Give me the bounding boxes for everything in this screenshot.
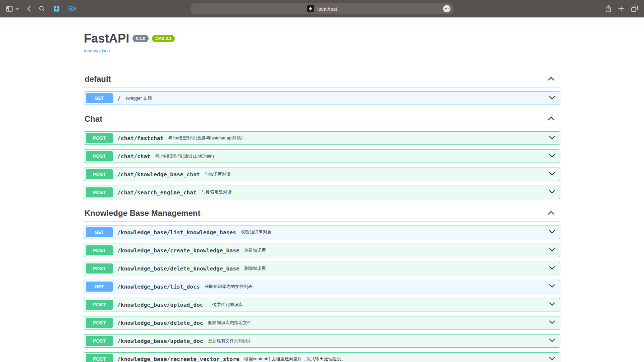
section-operations: GET / swagger 文档 [84,87,560,105]
site-favicon-bolt-icon [307,5,314,12]
operation-path: /knowledge_base/list_docs [117,284,200,290]
operation-expand-button[interactable] [546,356,558,362]
operation-expand-button[interactable] [546,172,558,177]
operation-description: 创建知识库 [244,247,546,253]
address-bar[interactable]: localhost [191,3,453,14]
chevron-down-icon [549,248,555,253]
operation-description: 与llm模型对话(直接与fastchat api对话) [168,135,546,141]
method-badge: POST [86,151,113,161]
operation-description: 更新现有文件到知识库 [208,338,546,344]
back-button[interactable] [27,6,31,12]
operation-row[interactable]: POST /knowledge_base/create_knowledge_ba… [84,244,560,257]
operation-path: /knowledge_base/recreate_vector_store [117,356,239,362]
operation-description: 根据content中文档重建向量库，流式输出处理进度。 [244,356,546,362]
pinned-tab-live-button[interactable] [68,5,76,12]
section-operations: POST /chat/fastchat 与llm模型对话(直接与fastchat… [84,127,560,199]
operation-expand-button[interactable] [546,320,558,325]
operation-row[interactable]: POST /knowledge_base/upload_doc 上传文件到知识库 [84,298,560,311]
search-button[interactable] [39,6,45,12]
tab-overview-icon [631,5,638,12]
operation-row[interactable]: POST /knowledge_base/delete_doc 删除知识库内指定… [84,316,560,329]
operation-row[interactable]: GET /knowledge_base/list_docs 获取知识库内的文件列… [84,280,560,293]
operation-row[interactable]: GET / swagger 文档 [84,92,560,105]
section-header[interactable]: Knowledge Base Management [84,205,560,222]
operation-description: 与搜索引擎对话 [201,189,546,195]
operation-row[interactable]: POST /knowledge_base/delete_knowledge_ba… [84,262,560,275]
method-badge: GET [86,227,113,237]
openapi-spec-link[interactable]: /openapi.json [84,48,110,53]
chevron-down-icon [549,230,555,235]
sidebar-toggle-button[interactable] [6,6,13,12]
operation-description: swagger 文档 [125,95,546,101]
operation-path: /knowledge_base/upload_doc [117,302,203,308]
method-badge: POST [86,318,113,328]
api-tag-section: default GET / swagger 文档 [84,71,560,105]
new-tab-button[interactable] [618,6,624,12]
operation-description: 上传文件到知识库 [208,302,546,308]
section-title-text: Knowledge Base Management [85,208,200,218]
section-collapse-button[interactable] [543,76,559,82]
operation-expand-button[interactable] [546,135,558,141]
version-badge: 0.1.0 [132,35,149,42]
method-badge: POST [86,133,113,143]
search-icon [39,6,45,12]
method-badge: POST [86,300,113,310]
section-collapse-button[interactable] [543,116,559,122]
operation-row[interactable]: POST /knowledge_base/recreate_vector_sto… [84,352,560,362]
operation-row[interactable]: POST /knowledge_base/update_doc 更新现有文件到知… [84,334,560,348]
method-badge: POST [86,336,113,346]
operation-row[interactable]: POST /chat/chat 与llm模型对话(通过LLMChain) [84,149,560,163]
chevron-down-icon [549,357,555,362]
operation-expand-button[interactable] [546,248,558,253]
chevron-down-icon [549,266,555,271]
operation-row[interactable]: POST /chat/search_engine_chat 与搜索引擎对话 [84,186,560,199]
operation-description: 与知识库对话 [205,171,546,177]
operation-description: 获取知识库列表 [241,229,546,235]
operation-expand-button[interactable] [546,230,558,235]
operation-expand-button[interactable] [546,266,558,271]
method-badge: POST [86,169,113,179]
operation-expand-button[interactable] [546,284,558,289]
plus-icon [618,6,624,12]
api-info: FastAPI 0.1.0 OAS 3.1 /openapi.json [84,32,560,54]
chevron-down-icon [549,339,555,344]
operation-path: /chat/knowledge_base_chat [117,171,200,178]
operation-path: /knowledge_base/update_doc [117,338,203,344]
section-header[interactable]: Chat [84,111,560,127]
section-operations: GET /knowledge_base/list_knowledge_bases… [84,222,560,362]
operation-path: /knowledge_base/list_knowledge_bases [117,229,236,236]
operation-description: 获取知识库内的文件列表 [205,284,546,290]
operation-row[interactable]: POST /chat/knowledge_base_chat 与知识库对话 [84,168,560,181]
page-title: FastAPI [84,32,129,45]
method-badge: POST [86,245,113,255]
section-collapse-button[interactable] [543,210,559,216]
section-header[interactable]: default [84,71,560,87]
operation-path: /knowledge_base/create_knowledge_base [117,247,239,254]
share-button[interactable] [605,5,611,12]
operation-path: /chat/chat [117,153,150,160]
operation-row[interactable]: POST /chat/fastchat 与llm模型对话(直接与fastchat… [84,131,560,145]
chevron-down-icon [549,154,555,159]
chevron-up-icon [547,117,555,122]
operation-expand-button[interactable] [546,338,558,344]
chevron-down-icon [549,136,555,141]
share-icon [605,5,611,12]
sidebar-menu-button[interactable] [15,8,19,10]
pinned-tab-bookmark-button[interactable] [53,5,60,12]
operation-expand-button[interactable] [546,96,558,101]
method-badge: POST [86,354,113,362]
operation-expand-button[interactable] [546,190,558,195]
operation-expand-button[interactable] [546,302,558,307]
chevron-down-icon [549,172,555,177]
operation-row[interactable]: GET /knowledge_base/list_knowledge_bases… [84,226,560,239]
page-content: FastAPI 0.1.0 OAS 3.1 /openapi.json defa… [0,17,644,362]
back-chevron-icon [27,6,31,12]
api-tag-section: Chat POST /chat/fastchat 与llm模型对话(直接与fas… [84,111,560,199]
operation-expand-button[interactable] [546,154,558,159]
tab-overview-button[interactable] [631,5,638,12]
more-options-button[interactable] [443,5,450,12]
chevron-down-icon [549,284,555,289]
chevron-down-icon [15,8,19,10]
section-title-text: Chat [85,114,102,124]
chevron-up-icon [547,211,555,216]
